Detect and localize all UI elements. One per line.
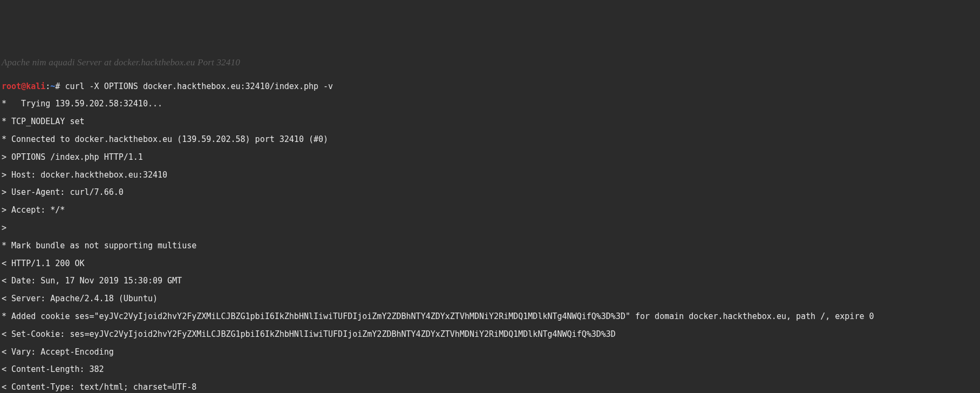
output-line: < HTTP/1.1 200 OK: [2, 259, 978, 268]
output-line: > User-Agent: curl/7.66.0: [2, 188, 978, 196]
terminal-window[interactable]: Apache nim aquadi Server at docker.hackt…: [0, 44, 980, 393]
output-line: >: [2, 223, 978, 232]
output-line: < Server: Apache/2.4.18 (Ubuntu): [2, 294, 978, 303]
output-line: * TCP_NODELAY set: [2, 117, 978, 126]
output-line: * Added cookie ses="eyJVc2VyIjoid2hvY2Fy…: [2, 312, 978, 321]
prompt-user: root@kali: [2, 82, 45, 91]
output-line: > OPTIONS /index.php HTTP/1.1: [2, 153, 978, 161]
output-line: * Connected to docker.hackthebox.eu (139…: [2, 135, 978, 144]
prompt-line-1: root@kali:~# curl -X OPTIONS docker.hack…: [2, 82, 978, 91]
output-line: < Content-Length: 382: [2, 365, 978, 374]
output-line: < Date: Sun, 17 Nov 2019 15:30:09 GMT: [2, 276, 978, 285]
output-line: * Trying 139.59.202.58:32410...: [2, 99, 978, 108]
output-line: < Content-Type: text/html; charset=UTF-8: [2, 383, 978, 391]
command-text: curl -X OPTIONS docker.hackthebox.eu:324…: [65, 82, 333, 91]
output-line: < Vary: Accept-Encoding: [2, 348, 978, 356]
prompt-path: ~: [50, 82, 55, 91]
output-line: > Accept: */*: [2, 206, 978, 214]
output-line: > Host: docker.hackthebox.eu:32410: [2, 171, 978, 179]
prompt-colon: :: [45, 82, 50, 91]
output-line: < Set-Cookie: ses=eyJVc2VyIjoid2hvY2FyZX…: [2, 330, 978, 338]
background-footer-text: Apache nim aquadi Server at docker.hackt…: [2, 58, 240, 67]
terminal-content: root@kali:~# curl -X OPTIONS docker.hack…: [2, 73, 978, 393]
prompt-hash: #: [55, 82, 65, 91]
output-line: * Mark bundle as not supporting multiuse: [2, 241, 978, 250]
